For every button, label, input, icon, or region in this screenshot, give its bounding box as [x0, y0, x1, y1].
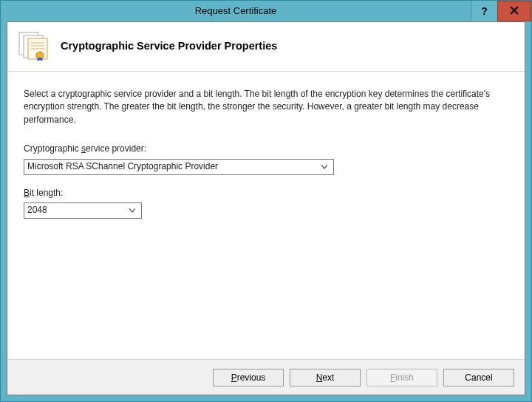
page-title: Cryptographic Service Provider Propertie… [61, 40, 277, 52]
provider-label: Cryptographic service provider: [24, 143, 508, 155]
form-body: Select a cryptographic service provider … [7, 72, 525, 359]
chevron-down-icon [126, 205, 138, 217]
provider-select[interactable]: Microsoft RSA SChannel Cryptographic Pro… [24, 159, 334, 175]
close-button[interactable] [497, 1, 531, 21]
finish-button: Finish [366, 369, 437, 386]
help-button[interactable]: ? [471, 1, 497, 21]
certificate-icon [18, 31, 50, 61]
titlebar: Request Certificate ? [1, 1, 531, 21]
window-title: Request Certificate [1, 1, 471, 21]
previous-button[interactable]: Previous [213, 369, 284, 386]
help-icon: ? [481, 5, 488, 17]
dialog-window: Request Certificate ? [0, 0, 532, 402]
titlebar-buttons: ? [471, 1, 531, 21]
page-header: Cryptographic Service Provider Propertie… [7, 22, 525, 72]
next-button[interactable]: Next [290, 369, 361, 386]
bitlength-label: Bit length: [24, 187, 508, 200]
cancel-button[interactable]: Cancel [443, 369, 514, 386]
button-bar: Previous Next Finish Cancel [7, 359, 525, 395]
dialog-body-panel: Cryptographic Service Provider Propertie… [7, 21, 525, 395]
close-icon [510, 6, 519, 17]
description-text: Select a cryptographic service provider … [24, 88, 497, 126]
bitlength-select[interactable]: 2048 [24, 202, 142, 219]
bitlength-select-value: 2048 [27, 204, 47, 217]
provider-select-value: Microsoft RSA SChannel Cryptographic Pro… [27, 160, 218, 173]
chevron-down-icon [318, 161, 330, 173]
